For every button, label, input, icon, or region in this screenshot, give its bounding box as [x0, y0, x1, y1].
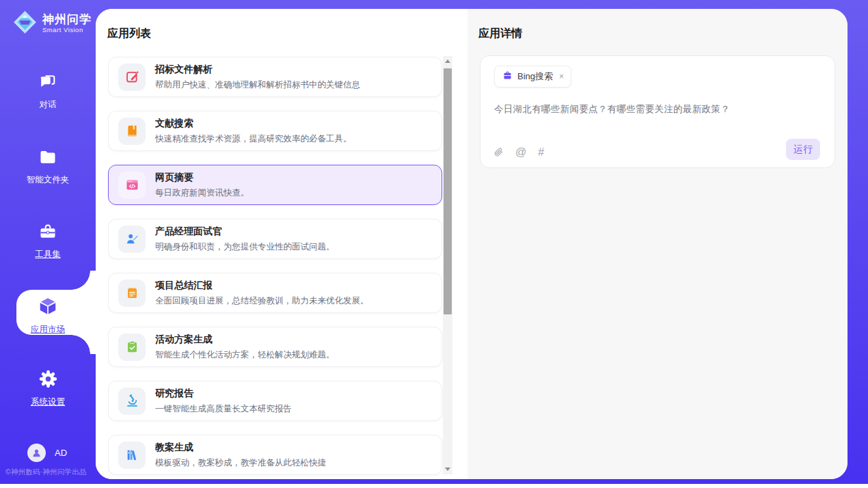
sidebar: 神州问学 Smart Vision 对话 智能文件夹 工具集 应用市场 系统设置… [0, 0, 96, 484]
app-desc: 智能生成个性化活动方案，轻松解决规划难题。 [155, 349, 335, 361]
clipboard-check-icon [118, 334, 146, 361]
brand-subtitle: Smart Vision [42, 27, 92, 33]
sidebar-item-smart-folders[interactable]: 智能文件夹 [0, 148, 96, 186]
interview-icon [118, 226, 146, 253]
folder-icon [38, 148, 57, 170]
tool-chip-bing-search[interactable]: Bing搜索 × [494, 66, 571, 87]
app-desc: 一键智能生成高质量长文本研究报告 [155, 403, 292, 415]
briefcase-icon [502, 70, 513, 83]
app-desc: 每日政府新闻资讯快查。 [155, 187, 249, 199]
mention-icon[interactable]: @ [515, 147, 526, 158]
sidebar-item-label: 智能文件夹 [27, 174, 70, 186]
brand-logo: 神州问学 Smart Vision [12, 10, 92, 38]
brand-name: 神州问学 [42, 14, 92, 26]
gear-icon [38, 369, 58, 392]
app-name: 项目总结汇报 [155, 280, 369, 292]
app-name: 产品经理面试官 [155, 226, 335, 238]
toolbox-icon [38, 222, 57, 244]
app-desc: 快速精准查找学术资源，提高研究效率的必备工具。 [155, 133, 352, 145]
app-name: 文献搜索 [155, 118, 352, 130]
app-list-title: 应用列表 [107, 27, 151, 41]
edit-square-icon [118, 64, 146, 91]
user-name: AD [55, 448, 67, 458]
chat-icon [38, 72, 57, 94]
app-card[interactable]: 项目总结汇报 全面回顾项目进展，总结经验教训，助力未来优化发展。 [108, 273, 442, 313]
avatar[interactable] [27, 444, 46, 462]
sidebar-item-label: 系统设置 [31, 396, 65, 408]
app-desc: 明确身份和职责，为您提供专业性的面试问题。 [155, 241, 335, 253]
bottom-edge [0, 484, 868, 488]
scrollbar-down-button[interactable] [443, 464, 452, 474]
brand-diamond-icon [12, 10, 38, 38]
microscope-icon [118, 388, 146, 415]
run-button[interactable]: 运行 [786, 139, 820, 160]
query-text[interactable]: 今日湖北有哪些新闻要点？有哪些需要关注的最新政策？ [494, 103, 822, 116]
scrollbar[interactable] [443, 56, 452, 474]
sidebar-item-chat[interactable]: 对话 [0, 72, 96, 111]
app-desc: 帮助用户快速、准确地理解和解析招标书中的关键信息 [155, 79, 360, 91]
app-desc: 全面回顾项目进展，总结经验教训，助力未来优化发展。 [155, 295, 369, 307]
main-content: 应用列表 招标文件解析 帮助用户快速、准确地理解和解析招标书中的关键信息 文献搜… [96, 9, 847, 479]
app-name: 网页摘要 [155, 172, 249, 184]
sidebar-item-system-settings[interactable]: 系统设置 [0, 369, 96, 408]
app-card[interactable]: 招标文件解析 帮助用户快速、准确地理解和解析招标书中的关键信息 [108, 57, 442, 97]
sidebar-item-toolset[interactable]: 工具集 [0, 222, 96, 260]
app-name: 活动方案生成 [155, 334, 335, 346]
app-detail-panel: 应用详情 Bing搜索 × 今日湖北有哪些新闻要点？有哪些需要关注的最新政策？ [467, 9, 847, 479]
app-card[interactable]: 产品经理面试官 明确身份和职责，为您提供专业性的面试问题。 [108, 219, 442, 259]
app-card[interactable]: 网页摘要 每日政府新闻资讯快查。 [108, 165, 442, 205]
active-tab-curve-bottom [71, 335, 96, 354]
app-name: 教案生成 [155, 442, 326, 454]
composer-toolbar: @ # [493, 146, 544, 158]
hash-icon[interactable]: # [538, 147, 544, 158]
scrollbar-up-button[interactable] [443, 56, 452, 66]
sidebar-item-label: 应用市场 [31, 324, 65, 336]
app-detail-title: 应用详情 [478, 27, 522, 41]
copyright-footer: ©神州数码·神州问学出品 [5, 467, 96, 477]
browser-code-icon [118, 172, 146, 199]
active-tab-curve-top [71, 271, 96, 290]
sidebar-item-label: 工具集 [35, 249, 61, 260]
app-card[interactable]: 教案生成 模板驱动，教案秒成，教学准备从此轻松快捷 [108, 435, 442, 475]
app-card[interactable]: 活动方案生成 智能生成个性化活动方案，轻松解决规划难题。 [108, 327, 442, 367]
tool-chip-label: Bing搜索 [517, 70, 553, 83]
app-list-panel: 应用列表 招标文件解析 帮助用户快速、准确地理解和解析招标书中的关键信息 文献搜… [96, 9, 467, 479]
prompt-composer[interactable]: Bing搜索 × 今日湖北有哪些新闻要点？有哪些需要关注的最新政策？ @ # [480, 55, 835, 168]
app-card[interactable]: 研究报告 一键智能生成高质量长文本研究报告 [108, 381, 442, 421]
triangle-down-icon [445, 467, 450, 471]
user-account[interactable]: AD [27, 444, 67, 462]
cube-icon [38, 296, 58, 319]
books-icon [118, 442, 146, 469]
book-icon [118, 118, 146, 145]
chip-close-icon[interactable]: × [559, 72, 564, 81]
app-card[interactable]: 文献搜索 快速精准查找学术资源，提高研究效率的必备工具。 [108, 111, 442, 151]
notepad-icon [118, 280, 146, 307]
app-desc: 模板驱动，教案秒成，教学准备从此轻松快捷 [155, 457, 326, 469]
attachment-icon[interactable] [493, 146, 504, 158]
sidebar-item-label: 对话 [40, 99, 57, 111]
scrollbar-thumb[interactable] [444, 68, 452, 314]
triangle-up-icon [445, 59, 450, 63]
app-card-list: 招标文件解析 帮助用户快速、准确地理解和解析招标书中的关键信息 文献搜索 快速精… [108, 57, 443, 479]
app-name: 研究报告 [155, 388, 292, 400]
app-name: 招标文件解析 [155, 64, 360, 76]
sidebar-item-app-market[interactable]: 应用市场 [0, 296, 96, 336]
